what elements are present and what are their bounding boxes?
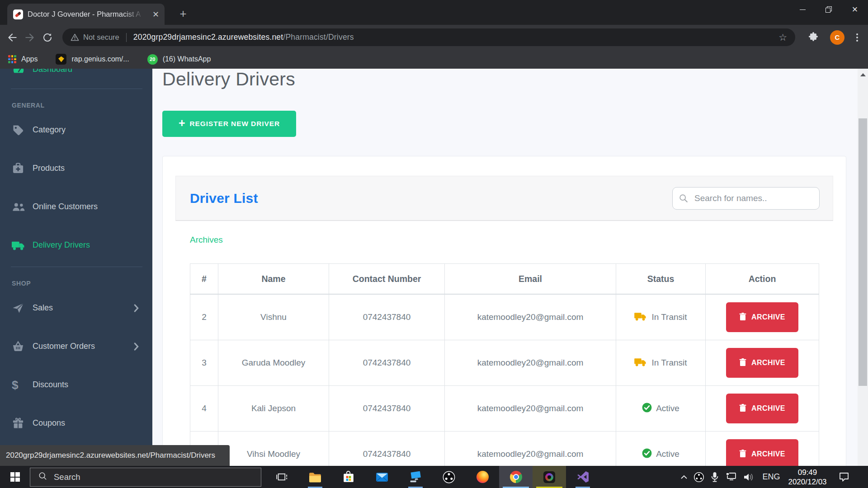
tray-language-indicator[interactable]: ENG <box>759 466 784 488</box>
col-header-action: Action <box>706 264 819 295</box>
new-tab-button[interactable]: + <box>176 7 190 21</box>
scrollbar-thumb[interactable] <box>859 118 867 386</box>
taskbar-mail-icon[interactable] <box>365 466 399 488</box>
sidebar-item-online-customers[interactable]: Online Customers <box>0 188 152 226</box>
forward-icon[interactable] <box>23 31 37 44</box>
col-header-status: Status <box>616 264 706 295</box>
window-close-button[interactable]: × <box>842 0 868 19</box>
tray-clock[interactable]: 09:49 2020/12/03 <box>784 466 831 488</box>
tray-microphone-icon[interactable] <box>707 466 722 488</box>
tray-chevron-up-icon[interactable] <box>677 466 691 488</box>
register-new-driver-button[interactable]: + REGISTER NEW DRIVER <box>162 111 296 137</box>
paper-plane-icon <box>12 302 33 314</box>
taskbar-visual-studio-icon[interactable] <box>566 466 599 488</box>
truck-icon <box>12 240 33 251</box>
bookmark-whatsapp[interactable]: 20 (16) WhatsApp <box>147 54 211 65</box>
driver-name: Vishnu <box>218 294 329 340</box>
driver-contact: 0742437840 <box>329 294 445 340</box>
active-tab[interactable]: Doctor J Govender - Pharmacist A ✕ <box>7 4 165 25</box>
reload-icon[interactable] <box>41 31 54 44</box>
tray-network-icon[interactable] <box>722 466 740 488</box>
link-status-tooltip: 2020grp29drjamesinc2.azurewebsites.net/P… <box>0 445 230 466</box>
drivers-table: # Name Contact Number Email Status Actio… <box>190 263 819 466</box>
sidebar-item-customer-orders[interactable]: Customer Orders <box>0 327 152 366</box>
truck-in-transit-icon <box>634 357 647 369</box>
bookmark-genius[interactable]: rap.genius.com/... <box>56 54 129 65</box>
row-number: 2 <box>190 294 218 340</box>
driver-email: katemoodley20@gmail.com <box>445 432 616 466</box>
taskbar-firefox-icon[interactable] <box>466 466 499 488</box>
trash-icon <box>739 312 746 323</box>
browser-tab-bar: Doctor J Govender - Pharmacist A ✕ + × <box>0 0 868 25</box>
taskbar-chrome-icon[interactable] <box>499 466 533 488</box>
sidebar-item-dashboard[interactable]: Dashboard <box>0 69 152 80</box>
sidebar-item-delivery-drivers[interactable]: Delivery Drivers <box>0 226 152 264</box>
main-content: Delivery Drivers + REGISTER NEW DRIVER D… <box>152 69 858 466</box>
windows-logo-icon <box>10 472 20 482</box>
sidebar-item-discounts[interactable]: $ Discounts <box>0 366 152 404</box>
driver-contact: 0742437840 <box>329 340 445 386</box>
sidebar-item-sales[interactable]: Sales <box>0 289 152 327</box>
tray-speaker-icon[interactable] <box>740 466 759 488</box>
whatsapp-icon: 20 <box>147 54 158 65</box>
archive-button[interactable]: ARCHIVE <box>726 302 798 332</box>
genius-gem-icon <box>56 54 66 65</box>
archive-button[interactable]: ARCHIVE <box>726 394 798 423</box>
taskbar-task-view-icon[interactable] <box>265 466 298 488</box>
users-icon <box>12 201 33 213</box>
taskbar-pc-monitor-icon[interactable] <box>399 466 432 488</box>
tray-obs-icon[interactable] <box>691 466 707 488</box>
scrollbar-up-arrow[interactable] <box>858 69 868 80</box>
archives-link[interactable]: Archives <box>190 235 223 245</box>
trash-icon <box>739 404 746 414</box>
driver-name: Vihsi Moodley <box>218 432 329 466</box>
col-header-contact: Contact Number <box>329 264 445 295</box>
tab-title: Doctor J Govender - Pharmacist A <box>28 10 144 19</box>
taskbar-search[interactable]: Search <box>30 468 261 487</box>
status-badge: In Transit <box>634 357 687 369</box>
medkit-icon <box>12 162 33 175</box>
sidebar-item-category[interactable]: Category <box>0 111 152 149</box>
search-input[interactable] <box>672 187 820 210</box>
start-button[interactable] <box>0 466 30 488</box>
archive-button[interactable]: ARCHIVE <box>726 439 798 466</box>
dashboard-gauge-icon <box>12 69 33 75</box>
chevron-right-icon <box>134 304 139 312</box>
page-scrollbar[interactable] <box>858 69 868 466</box>
extensions-puzzle-icon[interactable] <box>808 32 818 43</box>
card-title: Driver List <box>190 191 258 206</box>
archive-button[interactable]: ARCHIVE <box>726 348 798 378</box>
profile-avatar[interactable]: C <box>830 30 844 45</box>
sidebar-section-general: GENERAL <box>12 102 152 111</box>
not-secure-warning-icon[interactable] <box>71 33 79 41</box>
sidebar-section-shop: SHOP <box>12 280 152 289</box>
sidebar-item-products[interactable]: Products <box>0 149 152 188</box>
browser-menu-icon[interactable] <box>856 33 858 42</box>
table-row: 4 Kali Jepson 0742437840 katemoodley20@g… <box>190 386 819 432</box>
taskbar-store-icon[interactable] <box>332 466 365 488</box>
driver-email: katemoodley20@gmail.com <box>445 386 616 432</box>
taskbar-file-explorer-icon[interactable] <box>298 466 332 488</box>
taskbar-obs-icon[interactable] <box>432 466 466 488</box>
sidebar-item-coupons[interactable]: Coupons <box>0 404 152 442</box>
sidebar-divider <box>11 267 142 267</box>
window-restore-button[interactable] <box>816 0 842 19</box>
bookmark-star-icon[interactable]: ☆ <box>778 32 787 43</box>
gift-icon <box>12 417 33 430</box>
driver-name: Garuda Moodley <box>218 340 329 386</box>
bookmark-apps[interactable]: Apps <box>8 55 38 63</box>
tray-action-center-icon[interactable] <box>831 466 857 488</box>
taskbar-swirl-app-icon[interactable] <box>533 466 566 488</box>
window-minimize-button[interactable] <box>789 0 816 19</box>
url-path: /Pharmacist/Drivers <box>283 33 354 42</box>
sidebar-divider <box>11 89 142 89</box>
url-divider <box>126 33 127 42</box>
browser-toolbar: Not secure 2020grp29drjamesinc2.azureweb… <box>0 25 868 50</box>
driver-search <box>672 187 820 210</box>
back-icon[interactable] <box>5 31 19 44</box>
tab-close-icon[interactable]: ✕ <box>152 10 159 19</box>
row-number: 4 <box>190 386 218 432</box>
page-title: Delivery Drivers <box>162 69 295 90</box>
url-bar[interactable]: Not secure 2020grp29drjamesinc2.azureweb… <box>62 28 795 46</box>
table-row: 5 Vihsi Moodley 0742437840 katemoodley20… <box>190 432 819 466</box>
